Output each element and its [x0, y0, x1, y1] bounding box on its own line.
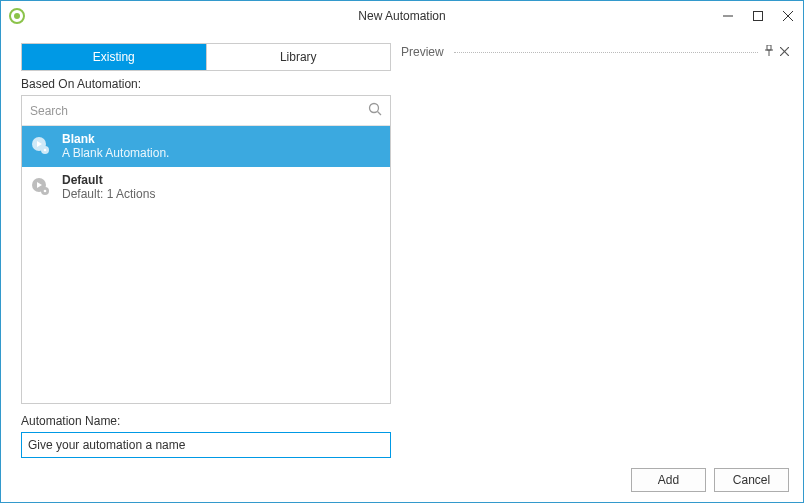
- preview-header: Preview: [399, 43, 791, 61]
- svg-rect-1: [754, 12, 763, 21]
- cancel-button-label: Cancel: [733, 473, 770, 487]
- search-icon[interactable]: [368, 102, 382, 119]
- play-gear-icon: [30, 135, 52, 157]
- window-controls: [713, 1, 803, 31]
- minimize-icon: [723, 11, 733, 21]
- item-title: Default: [62, 173, 155, 187]
- left-panel: Existing Library Based On Automation: Bl…: [21, 43, 391, 458]
- tab-existing-label: Existing: [93, 50, 135, 64]
- item-desc: A Blank Automation.: [62, 146, 169, 160]
- window-title: New Automation: [358, 9, 445, 23]
- automation-name-input[interactable]: [21, 432, 391, 458]
- search-row: [22, 96, 390, 126]
- preview-title: Preview: [401, 45, 444, 59]
- item-text: Default Default: 1 Actions: [62, 173, 155, 202]
- preview-panel: Preview: [399, 43, 791, 458]
- tab-existing[interactable]: Existing: [22, 44, 206, 70]
- minimize-button[interactable]: [713, 1, 743, 31]
- template-list-container: Blank A Blank Automation. Default Defaul…: [21, 95, 391, 404]
- cancel-button[interactable]: Cancel: [714, 468, 789, 492]
- item-desc: Default: 1 Actions: [62, 187, 155, 201]
- button-bar: Add Cancel: [1, 458, 803, 502]
- source-tabs: Existing Library: [21, 43, 391, 71]
- play-gear-icon: [30, 176, 52, 198]
- tab-library-label: Library: [280, 50, 317, 64]
- close-icon: [783, 11, 793, 21]
- item-text: Blank A Blank Automation.: [62, 132, 169, 161]
- item-title: Blank: [62, 132, 169, 146]
- search-input[interactable]: [30, 104, 368, 118]
- svg-line-5: [378, 112, 382, 116]
- svg-point-9: [44, 149, 47, 152]
- close-preview-icon[interactable]: [780, 45, 789, 59]
- add-button-label: Add: [658, 473, 679, 487]
- preview-body: [399, 61, 791, 458]
- svg-point-13: [44, 190, 47, 193]
- template-list: Blank A Blank Automation. Default Defaul…: [22, 126, 390, 403]
- add-button[interactable]: Add: [631, 468, 706, 492]
- close-button[interactable]: [773, 1, 803, 31]
- list-item-default[interactable]: Default Default: 1 Actions: [22, 167, 390, 208]
- list-item-blank[interactable]: Blank A Blank Automation.: [22, 126, 390, 167]
- maximize-icon: [753, 11, 763, 21]
- dialog-body: Existing Library Based On Automation: Bl…: [1, 31, 803, 458]
- based-on-label: Based On Automation:: [21, 77, 391, 91]
- svg-point-4: [370, 104, 379, 113]
- preview-divider: [454, 52, 758, 53]
- pin-icon[interactable]: [764, 45, 774, 60]
- maximize-button[interactable]: [743, 1, 773, 31]
- automation-name-label: Automation Name:: [21, 414, 391, 428]
- tab-library[interactable]: Library: [206, 44, 391, 70]
- app-icon: [9, 8, 25, 24]
- titlebar: New Automation: [1, 1, 803, 31]
- svg-rect-14: [767, 45, 771, 50]
